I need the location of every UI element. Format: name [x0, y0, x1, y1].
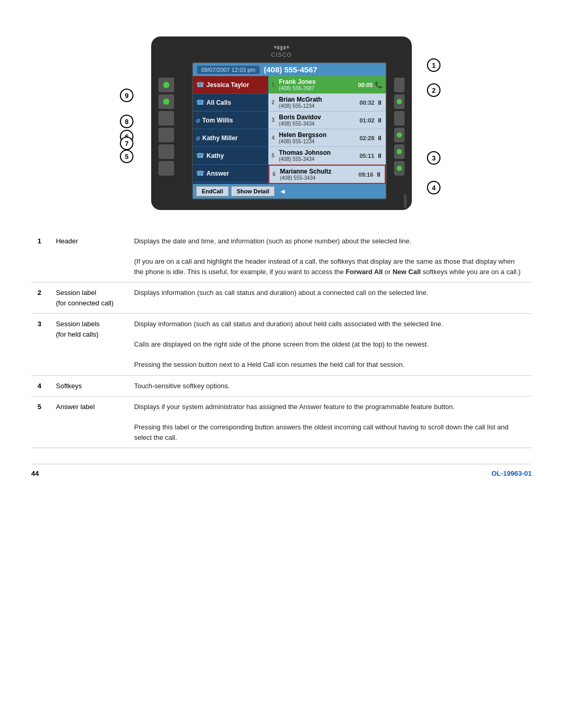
row-label: Answer label [50, 397, 128, 448]
caller-name: Marianne Schultz [280, 168, 359, 175]
caller-phone: (408) 555-3434 [279, 121, 360, 127]
left-button-1[interactable] [158, 78, 174, 92]
callout-2: 2 [427, 83, 440, 97]
call-info: Boris Davidov (408) 555-3434 [279, 114, 360, 127]
left-item-label: All Calls [206, 99, 231, 106]
caller-phone: (408) 555-1234 [279, 139, 360, 144]
phone-icon: ☎ [196, 152, 204, 159]
screen-body: ☎ Jessica Taylor ☎ All Calls [193, 76, 386, 184]
callout-4: 4 [427, 181, 440, 194]
call-item-3[interactable]: 3 Boris Davidov (408) 555-3434 01:02 ⏸ [268, 112, 386, 129]
caller-name: Boris Davidov [279, 114, 360, 121]
row-description: Displays if your system administrator ha… [128, 397, 532, 448]
right-button-6[interactable] [394, 161, 405, 176]
callout-1: 1 [427, 58, 440, 72]
call-item-6[interactable]: 6 Marianne Schultz (408) 555-3434 09:16 … [268, 165, 386, 184]
contact-icon: ⌀ [196, 116, 200, 124]
screen-header: 09/07/2007 12:03 pm (408) 555-4567 [193, 63, 386, 76]
call-number-label: 2 [272, 100, 278, 105]
left-button-2[interactable] [158, 94, 174, 109]
row-label: Session labels(for held calls) [50, 314, 128, 376]
call-duration: 00:05 [358, 82, 373, 88]
row-number: 2 [31, 282, 50, 314]
row-number: 4 [31, 375, 50, 397]
call-number-label: 6 [273, 171, 279, 177]
call-number-label: 3 [272, 117, 278, 123]
call-item-active[interactable]: 1 Frank Jones (408) 555-2687 00:05 📞 [268, 76, 386, 94]
left-item-kathy-miller[interactable]: ⌀ Kathy Miller [193, 129, 268, 147]
left-item-label: Jessica Taylor [206, 81, 249, 89]
left-item-label: Kathy [206, 152, 224, 159]
row-description: Touch-sensitive softkey options. [128, 375, 532, 397]
left-button-6[interactable] [158, 161, 174, 176]
phone-device: CISCO [151, 36, 412, 210]
left-item-kathy[interactable]: ☎ Kathy [193, 147, 268, 165]
call-duration: 05:11 [360, 153, 374, 159]
caller-name: Thomas Johnson [279, 149, 360, 156]
caller-phone: (408) 555-3434 [279, 156, 360, 162]
call-number-label: 5 [272, 153, 278, 158]
left-item-tom[interactable]: ⌀ Tom Willis [193, 112, 268, 129]
cisco-logo: CISCO [158, 46, 405, 58]
callout-7: 7 [120, 137, 133, 150]
phone-screen: 09/07/2007 12:03 pm (408) 555-4567 ☎ Jes… [192, 62, 387, 200]
contact-icon: ⌀ [196, 134, 200, 142]
right-button-5[interactable] [394, 144, 405, 159]
row-number: 3 [31, 314, 50, 376]
call-item-2[interactable]: 2 Brian McGrath (408) 555-1234 00:32 ⏸ [268, 94, 386, 112]
header-date: 09/07/2007 12:03 pm [197, 66, 260, 74]
left-button-3[interactable] [158, 111, 174, 126]
call-info: Marianne Schultz (408) 555-3434 [280, 168, 359, 181]
callout-3: 3 [427, 151, 440, 165]
caller-phone: (408) 555-2687 [279, 85, 358, 91]
active-call-icon: 📞 [375, 81, 383, 89]
row-label: Session label(for connected call) [50, 282, 128, 314]
softkey-bar: EndCall Show Detail ◄ [193, 184, 386, 199]
page-number: 44 [31, 470, 39, 477]
left-item-allcalls[interactable]: ☎ All Calls [193, 94, 268, 112]
call-number-label: 4 [272, 135, 278, 141]
table-row: 4 Softkeys Touch-sensitive softkey optio… [31, 375, 532, 397]
call-duration: 02:28 [360, 135, 374, 141]
table-row: 1 Header Displays the date and time, and… [31, 231, 532, 282]
right-button-2[interactable] [394, 94, 405, 109]
right-panel: 1 Frank Jones (408) 555-2687 00:05 📞 [268, 76, 386, 184]
table-row: 3 Session labels(for held calls) Display… [31, 314, 532, 376]
header-phone: (408) 555-4567 [264, 65, 382, 74]
row-label: Softkeys [50, 375, 128, 397]
caller-name: Frank Jones [279, 78, 358, 85]
hold-icon: ⏸ [376, 134, 383, 142]
page: CISCO [0, 0, 563, 728]
endcall-button[interactable]: EndCall [196, 186, 229, 196]
page-footer: 44 OL-19963-01 [31, 464, 532, 477]
phone-icon: ☎ [196, 81, 204, 89]
right-button-4[interactable] [394, 128, 405, 142]
answer-icon: ☎ [196, 169, 204, 177]
left-item-jessica[interactable]: ☎ Jessica Taylor [193, 76, 268, 94]
row-description: Displays the date and time, and informat… [128, 231, 532, 282]
right-button-3[interactable] [394, 111, 405, 126]
row-number: 5 [31, 397, 50, 448]
callout-5: 5 [120, 150, 133, 163]
caller-phone: (408) 555-1234 [279, 103, 360, 109]
call-info: Brian McGrath (408) 555-1234 [279, 96, 360, 109]
left-button-5[interactable] [158, 144, 174, 159]
show-detail-button[interactable]: Show Detail [231, 186, 275, 196]
left-item-label: Kathy Miller [202, 134, 238, 142]
hold-icon: ⏸ [376, 117, 383, 124]
call-info: Thomas Johnson (408) 555-3434 [279, 149, 360, 162]
left-item-label: Answer [206, 170, 229, 177]
row-number: 1 [31, 231, 50, 282]
call-duration: 01:02 [360, 117, 374, 124]
row-description: Display information (such as call status… [128, 314, 532, 376]
hold-icon: ⏸ [375, 171, 382, 178]
call-item-5[interactable]: 5 Thomas Johnson (408) 555-3434 05:11 ⏸ [268, 147, 386, 165]
callout-8: 8 [120, 115, 133, 128]
left-button-4[interactable] [158, 128, 174, 142]
call-item-4[interactable]: 4 Helen Bergsson (408) 555-1234 02:28 ⏸ [268, 129, 386, 147]
left-item-answer[interactable]: ☎ Answer [193, 165, 268, 182]
caller-name: Helen Bergsson [279, 131, 360, 139]
call-duration: 00:32 [360, 100, 374, 106]
hold-icon: ⏸ [376, 99, 383, 106]
right-button-1[interactable] [394, 78, 405, 92]
